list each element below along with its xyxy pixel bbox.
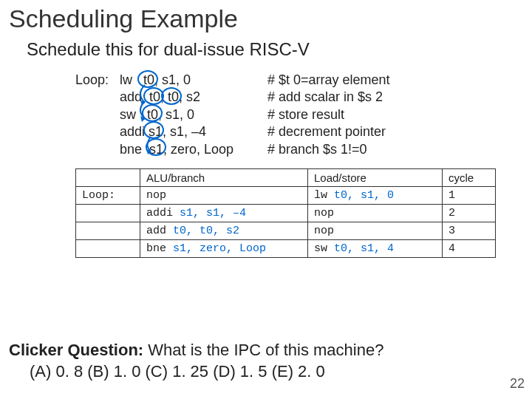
slide-subtitle: Schedule this for dual-issue RISC-V — [27, 39, 523, 60]
cycle-cell: 4 — [443, 239, 496, 257]
code-instr: bne s1, zero, Loop — [120, 141, 267, 158]
ls-cell: nop — [308, 222, 443, 239]
table-header-loadstore: Load/store — [308, 168, 443, 186]
code-comment: # $t 0=array element — [267, 72, 390, 89]
table-row: Loop: nop lw t0, s1, 0 1 — [76, 186, 496, 204]
code-row: addi s1, s1, –4 # decrement pointer — [75, 123, 523, 140]
cycle-cell: 1 — [443, 186, 496, 204]
table-row: add t0, t0, s2 nop 3 — [76, 222, 496, 239]
alu-cell: add t0, t0, s2 — [140, 222, 308, 239]
code-instr: lw t0, s1, 0 — [120, 72, 267, 89]
table-row: addi s1, s1, –4 nop 2 — [76, 204, 496, 222]
code-row: sw t0, s1, 0 # store result — [75, 106, 523, 123]
schedule-table: ALU/branch Load/store cycle Loop: nop lw… — [75, 168, 496, 258]
code-row: Loop: lw t0, s1, 0 # $t 0=array element — [75, 72, 523, 89]
ls-cell: nop — [308, 204, 443, 222]
code-instr: add t0, t0, s2 — [120, 89, 267, 106]
code-instr: addi s1, s1, –4 — [120, 123, 267, 140]
alu-cell: addi s1, s1, –4 — [140, 204, 308, 222]
loop-label: Loop: — [75, 72, 120, 89]
slide: Scheduling Example Schedule this for dua… — [0, 0, 532, 399]
code-comment: # branch $s 1!=0 — [267, 141, 367, 158]
alu-cell: nop — [140, 186, 308, 204]
code-instr: sw t0, s1, 0 — [120, 106, 267, 123]
clicker-question: Clicker Question: What is the IPC of thi… — [9, 339, 383, 383]
table-header-cycle: cycle — [443, 168, 496, 186]
clicker-text: What is the IPC of this machine? — [143, 341, 383, 359]
cycle-cell: 2 — [443, 204, 496, 222]
row-label — [76, 222, 140, 239]
table-header-alu: ALU/branch — [140, 168, 308, 186]
table-header-empty — [76, 168, 140, 186]
row-label: Loop: — [76, 186, 140, 204]
row-label — [76, 204, 140, 222]
clicker-options: (A) 0. 8 (B) 1. 0 (C) 1. 25 (D) 1. 5 (E)… — [30, 362, 325, 381]
clicker-label: Clicker Question: — [9, 341, 143, 359]
table-row: bne s1, zero, Loop sw t0, s1, 4 4 — [76, 239, 496, 257]
code-comment: # store result — [267, 106, 344, 123]
cycle-cell: 3 — [443, 222, 496, 239]
code-row: bne s1, zero, Loop # branch $s 1!=0 — [75, 141, 523, 158]
code-comment: # add scalar in $s 2 — [267, 89, 383, 106]
ls-cell: lw t0, s1, 0 — [308, 186, 443, 204]
code-listing: Loop: lw t0, s1, 0 # $t 0=array element … — [75, 72, 523, 158]
ls-cell: sw t0, s1, 4 — [308, 239, 443, 257]
alu-cell: bne s1, zero, Loop — [140, 239, 308, 257]
table-header-row: ALU/branch Load/store cycle — [76, 168, 496, 186]
slide-title: Scheduling Example — [9, 4, 523, 33]
page-number: 22 — [510, 376, 525, 392]
code-comment: # decrement pointer — [267, 123, 386, 140]
code-row: add t0, t0, s2 # add scalar in $s 2 — [75, 89, 523, 106]
row-label — [76, 239, 140, 257]
